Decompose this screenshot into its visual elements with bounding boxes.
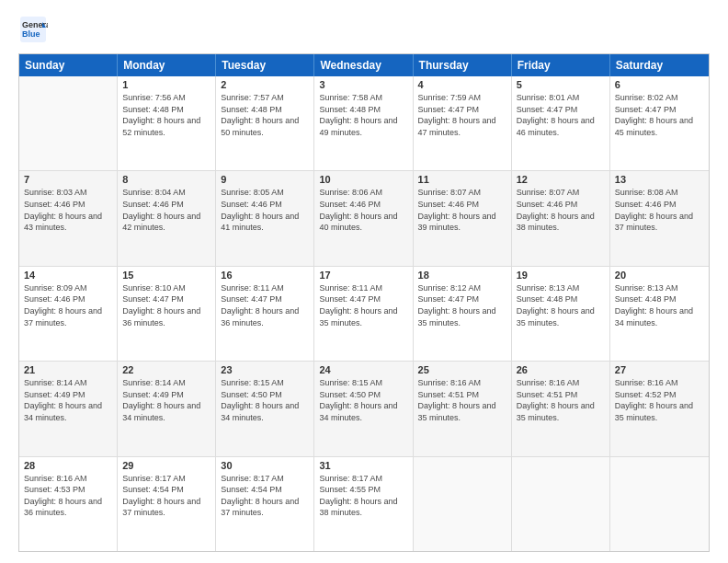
logo-icon: General Blue	[18, 15, 48, 44]
calendar-cell-1-0: 7Sunrise: 8:03 AMSunset: 4:46 PMDaylight…	[19, 171, 118, 265]
day-number: 4	[418, 79, 506, 90]
calendar-cell-2-1: 15Sunrise: 8:10 AMSunset: 4:47 PMDayligh…	[118, 267, 216, 361]
calendar-cell-1-3: 10Sunrise: 8:06 AMSunset: 4:46 PMDayligh…	[314, 171, 413, 265]
day-detail: Sunrise: 8:13 AMSunset: 4:48 PMDaylight:…	[517, 282, 605, 328]
day-number: 11	[418, 174, 506, 185]
day-number: 31	[319, 460, 407, 471]
day-detail: Sunrise: 8:17 AMSunset: 4:54 PMDaylight:…	[122, 473, 210, 519]
calendar-cell-4-3: 31Sunrise: 8:17 AMSunset: 4:55 PMDayligh…	[314, 457, 413, 551]
day-detail: Sunrise: 8:06 AMSunset: 4:46 PMDaylight:…	[319, 187, 407, 233]
calendar-cell-4-4	[414, 457, 512, 551]
calendar-cell-0-6: 6Sunrise: 8:02 AMSunset: 4:47 PMDaylight…	[610, 76, 709, 170]
calendar-body: 1Sunrise: 7:56 AMSunset: 4:48 PMDaylight…	[19, 76, 709, 551]
calendar-cell-2-2: 16Sunrise: 8:11 AMSunset: 4:47 PMDayligh…	[216, 267, 314, 361]
day-detail: Sunrise: 7:56 AMSunset: 4:48 PMDaylight:…	[122, 92, 210, 138]
day-number: 22	[122, 364, 210, 375]
calendar-cell-4-2: 30Sunrise: 8:17 AMSunset: 4:54 PMDayligh…	[216, 457, 314, 551]
day-number: 26	[517, 364, 605, 375]
calendar-cell-4-1: 29Sunrise: 8:17 AMSunset: 4:54 PMDayligh…	[118, 457, 216, 551]
day-number: 16	[221, 270, 309, 281]
calendar-cell-0-2: 2Sunrise: 7:57 AMSunset: 4:48 PMDaylight…	[216, 76, 314, 170]
weekday-header-monday: Monday	[118, 54, 216, 76]
day-number: 5	[517, 79, 605, 90]
calendar-cell-3-6: 27Sunrise: 8:16 AMSunset: 4:52 PMDayligh…	[610, 362, 709, 455]
day-detail: Sunrise: 8:16 AMSunset: 4:51 PMDaylight:…	[418, 377, 506, 423]
day-number: 12	[517, 174, 605, 185]
calendar-cell-1-4: 11Sunrise: 8:07 AMSunset: 4:46 PMDayligh…	[414, 171, 512, 265]
day-number: 19	[517, 270, 605, 281]
day-detail: Sunrise: 8:09 AMSunset: 4:46 PMDaylight:…	[24, 282, 112, 328]
calendar-cell-2-5: 19Sunrise: 8:13 AMSunset: 4:48 PMDayligh…	[512, 267, 610, 361]
day-detail: Sunrise: 8:13 AMSunset: 4:48 PMDaylight:…	[615, 282, 704, 328]
calendar-cell-0-1: 1Sunrise: 7:56 AMSunset: 4:48 PMDaylight…	[118, 76, 216, 170]
day-detail: Sunrise: 8:10 AMSunset: 4:47 PMDaylight:…	[122, 282, 210, 328]
day-number: 17	[319, 270, 407, 281]
day-detail: Sunrise: 8:14 AMSunset: 4:49 PMDaylight:…	[122, 377, 210, 423]
day-detail: Sunrise: 8:03 AMSunset: 4:46 PMDaylight:…	[24, 187, 112, 233]
day-detail: Sunrise: 8:16 AMSunset: 4:53 PMDaylight:…	[24, 473, 112, 519]
day-detail: Sunrise: 8:05 AMSunset: 4:46 PMDaylight:…	[221, 187, 309, 233]
calendar-page: General Blue SundayMondayTuesdayWednesda…	[0, 0, 728, 563]
day-number: 29	[122, 460, 210, 471]
day-number: 15	[122, 270, 210, 281]
day-number: 1	[122, 79, 210, 90]
day-detail: Sunrise: 8:14 AMSunset: 4:49 PMDaylight:…	[24, 377, 112, 423]
calendar-row-1: 7Sunrise: 8:03 AMSunset: 4:46 PMDaylight…	[19, 171, 709, 266]
calendar-cell-4-0: 28Sunrise: 8:16 AMSunset: 4:53 PMDayligh…	[19, 457, 118, 551]
svg-text:Blue: Blue	[22, 29, 40, 39]
calendar-cell-1-5: 12Sunrise: 8:07 AMSunset: 4:46 PMDayligh…	[512, 171, 610, 265]
day-detail: Sunrise: 8:17 AMSunset: 4:54 PMDaylight:…	[221, 473, 309, 519]
calendar-cell-3-0: 21Sunrise: 8:14 AMSunset: 4:49 PMDayligh…	[19, 362, 118, 455]
day-detail: Sunrise: 8:16 AMSunset: 4:52 PMDaylight:…	[615, 377, 704, 423]
calendar-cell-4-6	[610, 457, 709, 551]
calendar-row-3: 21Sunrise: 8:14 AMSunset: 4:49 PMDayligh…	[19, 362, 709, 456]
day-number: 23	[221, 364, 309, 375]
day-detail: Sunrise: 8:01 AMSunset: 4:47 PMDaylight:…	[517, 92, 605, 138]
day-detail: Sunrise: 8:08 AMSunset: 4:46 PMDaylight:…	[615, 187, 704, 233]
day-number: 3	[319, 79, 407, 90]
calendar-cell-3-5: 26Sunrise: 8:16 AMSunset: 4:51 PMDayligh…	[512, 362, 610, 455]
day-number: 14	[24, 270, 112, 281]
calendar: SundayMondayTuesdayWednesdayThursdayFrid…	[18, 53, 710, 552]
day-detail: Sunrise: 8:12 AMSunset: 4:47 PMDaylight:…	[418, 282, 506, 328]
calendar-cell-2-4: 18Sunrise: 8:12 AMSunset: 4:47 PMDayligh…	[414, 267, 512, 361]
weekday-header-tuesday: Tuesday	[216, 54, 314, 76]
calendar-cell-3-2: 23Sunrise: 8:15 AMSunset: 4:50 PMDayligh…	[216, 362, 314, 455]
day-detail: Sunrise: 8:02 AMSunset: 4:47 PMDaylight:…	[615, 92, 704, 138]
day-number: 20	[615, 270, 704, 281]
calendar-cell-1-2: 9Sunrise: 8:05 AMSunset: 4:46 PMDaylight…	[216, 171, 314, 265]
day-detail: Sunrise: 7:57 AMSunset: 4:48 PMDaylight:…	[221, 92, 309, 138]
day-detail: Sunrise: 7:59 AMSunset: 4:47 PMDaylight:…	[418, 92, 506, 138]
day-number: 7	[24, 174, 112, 185]
weekday-header-wednesday: Wednesday	[314, 54, 413, 76]
calendar-cell-3-3: 24Sunrise: 8:15 AMSunset: 4:50 PMDayligh…	[314, 362, 413, 455]
calendar-cell-4-5	[512, 457, 610, 551]
weekday-header-sunday: Sunday	[19, 54, 118, 76]
day-number: 25	[418, 364, 506, 375]
calendar-cell-2-3: 17Sunrise: 8:11 AMSunset: 4:47 PMDayligh…	[314, 267, 413, 361]
day-number: 24	[319, 364, 407, 375]
calendar-row-2: 14Sunrise: 8:09 AMSunset: 4:46 PMDayligh…	[19, 267, 709, 362]
calendar-row-4: 28Sunrise: 8:16 AMSunset: 4:53 PMDayligh…	[19, 457, 709, 551]
day-number: 21	[24, 364, 112, 375]
day-detail: Sunrise: 8:11 AMSunset: 4:47 PMDaylight:…	[319, 282, 407, 328]
day-number: 28	[24, 460, 112, 471]
day-number: 8	[122, 174, 210, 185]
day-number: 30	[221, 460, 309, 471]
weekday-header-thursday: Thursday	[414, 54, 512, 76]
day-number: 13	[615, 174, 704, 185]
day-number: 10	[319, 174, 407, 185]
day-number: 6	[615, 79, 704, 90]
calendar-cell-3-4: 25Sunrise: 8:16 AMSunset: 4:51 PMDayligh…	[414, 362, 512, 455]
calendar-cell-0-5: 5Sunrise: 8:01 AMSunset: 4:47 PMDaylight…	[512, 76, 610, 170]
header: General Blue	[18, 15, 710, 44]
calendar-row-0: 1Sunrise: 7:56 AMSunset: 4:48 PMDaylight…	[19, 76, 709, 171]
day-detail: Sunrise: 8:11 AMSunset: 4:47 PMDaylight:…	[221, 282, 309, 328]
calendar-cell-1-6: 13Sunrise: 8:08 AMSunset: 4:46 PMDayligh…	[610, 171, 709, 265]
weekday-header-saturday: Saturday	[610, 54, 709, 76]
calendar-cell-0-3: 3Sunrise: 7:58 AMSunset: 4:48 PMDaylight…	[314, 76, 413, 170]
logo: General Blue	[18, 15, 48, 44]
day-number: 27	[615, 364, 704, 375]
day-detail: Sunrise: 8:17 AMSunset: 4:55 PMDaylight:…	[319, 473, 407, 519]
calendar-cell-0-4: 4Sunrise: 7:59 AMSunset: 4:47 PMDaylight…	[414, 76, 512, 170]
